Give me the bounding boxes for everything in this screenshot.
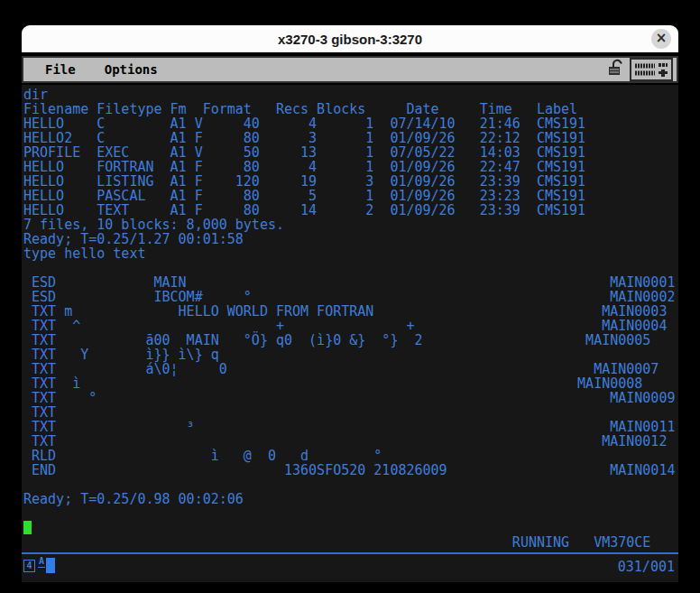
menu-file[interactable]: File	[45, 58, 76, 81]
oia-status-row: 4 A 031/001	[22, 556, 678, 576]
keyboard-lock-open-icon	[607, 58, 625, 81]
menu-options[interactable]: Options	[105, 58, 158, 81]
screen-text: dir Filename Filetype Fm Format Recs Blo…	[23, 88, 675, 550]
x3270-window: x3270-3 gibson-3:3270 × File Options	[22, 25, 678, 582]
menubar-right-icons	[607, 58, 673, 81]
oia-lu-icon: A	[38, 556, 45, 568]
desktop: x3270-3 gibson-3:3270 × File Options	[0, 0, 700, 593]
close-button[interactable]: ×	[651, 29, 671, 49]
terminal-screen[interactable]: dir Filename Filetype Fm Format Recs Blo…	[22, 85, 678, 582]
title-bar[interactable]: x3270-3 gibson-3:3270 ×	[22, 25, 678, 52]
oia-connection-icon: 4	[23, 560, 35, 572]
keypad-button[interactable]	[630, 58, 673, 81]
menu-bar: File Options	[22, 56, 678, 83]
window-title: x3270-3 gibson-3:3270	[278, 32, 422, 47]
keypad-icon	[633, 61, 669, 78]
cursor	[23, 521, 32, 534]
oia-cursor-position: 031/001	[618, 559, 675, 575]
oia-separator	[22, 552, 678, 554]
oia-block-indicator	[46, 558, 55, 573]
